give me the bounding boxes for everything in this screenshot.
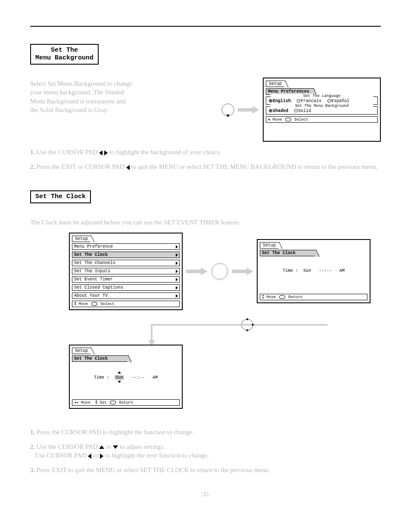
osd-item-set-the-channels[interactable]: Set The Channels: [72, 260, 180, 266]
osd-day-field[interactable]: Sun: [115, 375, 124, 380]
osd-hint-bar: ▴▾ Move Select: [72, 301, 180, 307]
osd-tab-setup: Setup: [72, 348, 90, 354]
section-header-menu-background: Set The Menu Background: [30, 44, 99, 65]
osd-hint-bar: ✥ Move Select: [266, 116, 378, 123]
osd-set-clock-initial: Setup Set The Clock Time : Sun --:-- AM …: [257, 239, 371, 303]
osd-breadcrumb-set-clock: Set The Clock: [260, 250, 315, 256]
cursor-pad-down-icon: [221, 103, 234, 116]
osd-lang-francais[interactable]: Francais: [297, 99, 321, 103]
clock-step3: 3. Press EXIT to quit the MENU or select…: [30, 466, 379, 474]
section-header-line1: Set The: [51, 47, 78, 54]
section-header-set-clock: Set The Clock: [30, 190, 91, 203]
osd-bg-solid[interactable]: Solid: [294, 109, 311, 113]
osd-time-editor[interactable]: Time : Sun --:-- AM: [72, 370, 180, 385]
osd-hint-bar: ▴▾ Move Return: [260, 294, 367, 300]
cursor-left-icon: [99, 150, 103, 156]
cursor-pad-multi-icon: [241, 319, 253, 331]
osd-lang-espanol[interactable]: Español: [327, 99, 349, 103]
page-number: 35: [202, 491, 209, 498]
osd-tab-setup: Setup: [266, 81, 284, 87]
cursor-left-icon: [88, 454, 91, 459]
cursor-down-icon: [113, 445, 118, 449]
top-rule: [30, 26, 381, 27]
arrow-right-icon: [238, 107, 259, 113]
osd-item-about-your-tv[interactable]: About Your TV: [72, 292, 180, 299]
up-down-icon: ▴▾: [74, 302, 76, 306]
cursor-up-icon: [99, 445, 104, 449]
osd-breadcrumb-set-clock: Set The Clock: [72, 355, 128, 362]
osd-time-display: Time : Sun --:-- AM: [260, 268, 367, 273]
section-header-line2: Menu Background: [35, 54, 93, 62]
osd-item-set-the-clock[interactable]: Set The Clock: [72, 252, 180, 258]
osd-language-legend: Set The Language: [271, 94, 373, 98]
menu-bg-step1: 1. Use the CURSOR PAD to highlight the b…: [30, 148, 379, 156]
arrow-right-icon: [232, 268, 253, 274]
decrement-icon[interactable]: [118, 381, 121, 383]
select-button-icon: [285, 118, 291, 121]
osd-item-menu-preference[interactable]: Menu Preference: [72, 243, 180, 250]
osd-set-clock-editing: Setup Set The Clock Time : Sun --:-- AM …: [69, 345, 183, 409]
arrow-right-icon: [186, 268, 208, 274]
osd-item-set-closed-captions[interactable]: Set Closed Captions: [72, 284, 180, 291]
flow-connector: [69, 310, 381, 345]
clock-step2: 2. Use the CURSOR PAD or to adjust setti…: [30, 442, 379, 460]
osd-tab-setup: Setup: [72, 236, 90, 242]
cursor-left-icon: [126, 165, 130, 170]
osd-menu-preferences: Setup Menu Preferences Set The Language …: [263, 78, 381, 142]
osd-tab-setup: Setup: [260, 242, 278, 249]
increment-icon[interactable]: [118, 371, 121, 373]
return-button-icon: [279, 295, 285, 299]
cursor-right-icon: [100, 454, 103, 459]
clock-step1: 1. Press the CURSOR PAD to highlight the…: [30, 428, 379, 436]
up-down-icon: ▴▾: [95, 400, 97, 405]
osd-item-set-the-inputs[interactable]: Set The Inputs: [72, 268, 180, 274]
select-button-icon: [91, 302, 97, 306]
move-glyph-icon: ✥: [268, 118, 270, 122]
menu-bg-step2: 2. Press the EXIT or CURSOR PAD to quit …: [30, 162, 379, 171]
left-right-icon: ◂▸: [74, 401, 79, 405]
osd-lang-english[interactable]: English: [269, 99, 291, 103]
cursor-right-icon: [104, 150, 108, 156]
osd-bg-shaded[interactable]: Shaded: [269, 109, 288, 113]
osd-background-group: Set The Menu Background Shaded Solid: [266, 106, 378, 115]
osd-hint-bar: ◂▸ Move ▴▾ Set Return: [72, 399, 180, 406]
menu-bg-intro: Select Set Menu Background to change you…: [30, 79, 134, 114]
clock-intro: The Clock must be adjusted before you ca…: [30, 218, 379, 227]
osd-setup-list: Setup Menu Preference Set The Clock Set …: [69, 233, 183, 310]
osd-background-legend: Set The Menu Background: [271, 104, 373, 108]
osd-item-set-event-timer[interactable]: Set Event Timer: [72, 276, 180, 283]
up-down-icon: ▴▾: [262, 295, 264, 299]
cursor-pad-select-icon: [211, 263, 228, 280]
return-button-icon: [110, 401, 116, 404]
